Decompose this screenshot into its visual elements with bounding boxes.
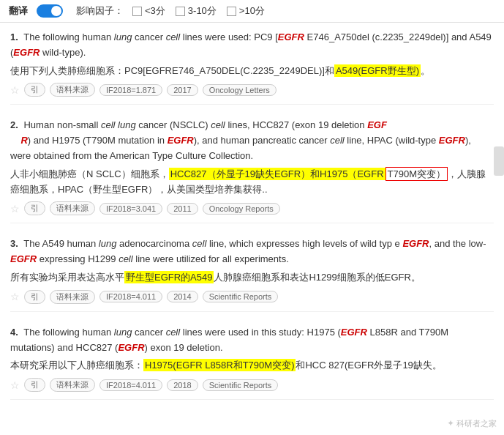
year-badge-1: 2017 xyxy=(167,84,198,96)
checkbox-box-3[interactable] xyxy=(227,7,236,16)
year-badge-2: 2011 xyxy=(167,203,198,215)
source-btn-3[interactable]: 语料来源 xyxy=(50,290,95,304)
result-2-meta: ☆ 引 语料来源 IF2018=3.041 2011 Oncology Repo… xyxy=(10,201,494,215)
result-1-en: 1. The following human lung cancer cell … xyxy=(10,30,494,61)
source-btn-1[interactable]: 语料来源 xyxy=(50,83,95,97)
translate-toggle[interactable] xyxy=(37,4,63,18)
result-3-number: 3. xyxy=(10,238,18,249)
journal-badge-1: Oncology Letters xyxy=(203,84,277,96)
result-4-zh: 本研究采用以下人肺癌细胞系：H1975(EGFR L858R和T790M突变)和… xyxy=(10,358,494,373)
watermark: ✦ 科研者之家 xyxy=(447,418,497,429)
checkbox-group: <3分 3-10分 >10分 xyxy=(132,4,265,18)
checkbox-label-2: 3-10分 xyxy=(188,4,217,18)
scrollbar[interactable] xyxy=(494,146,504,176)
checkbox-item-3[interactable]: >10分 xyxy=(227,4,265,18)
result-1-zh: 使用下列人类肺癌细胞系：PC9[EGFRE746_A750DEL(C.2235_… xyxy=(10,64,494,79)
result-item-2: 2. Human non-small cell lung cancer (NSC… xyxy=(10,118,494,223)
lung-italic-1: lung xyxy=(114,31,132,42)
source-btn-4[interactable]: 语料来源 xyxy=(50,378,95,392)
checkbox-item-1[interactable]: <3分 xyxy=(132,4,165,18)
lung-italic-3: lung xyxy=(99,238,117,249)
journal-badge-2: Oncology Reports xyxy=(203,203,280,215)
checkbox-label-1: <3分 xyxy=(145,4,165,18)
cell-italic-2c: cell xyxy=(330,135,345,146)
result-item-4: 4. The following human lung cancer cell … xyxy=(10,325,494,400)
egfr-red-4a: EGFR xyxy=(341,327,367,338)
result-3-zh: 所有实验均采用表达高水平野生型EGFR的A549人肺腺癌细胞系和表达H1299细… xyxy=(10,270,494,286)
year-badge-3: 2014 xyxy=(167,291,198,302)
egfr-red-1b: EGFR xyxy=(13,47,40,58)
cite-btn-2[interactable]: 引 xyxy=(24,201,45,215)
cite-btn-3[interactable]: 引 xyxy=(24,290,45,304)
year-badge-4: 2018 xyxy=(167,379,198,391)
toggle-knob xyxy=(51,6,61,16)
cite-btn-4[interactable]: 引 xyxy=(24,378,45,392)
checkbox-box-1[interactable] xyxy=(132,7,142,16)
result-item-1: 1. The following human lung cancer cell … xyxy=(10,30,494,105)
if-badge-4: IF2018=4.011 xyxy=(99,379,162,391)
results-list: 1. The following human lung cancer cell … xyxy=(0,23,504,420)
lung-italic-4: lung xyxy=(114,327,132,338)
result-1-meta: ☆ 引 语料来源 IF2018=1.871 2017 Oncology Lett… xyxy=(10,83,494,97)
factor-label: 影响因子： xyxy=(76,4,124,18)
if-badge-2: IF2018=3.041 xyxy=(99,203,162,215)
source-btn-2[interactable]: 语料来源 xyxy=(50,201,95,215)
watermark-text: 科研者之家 xyxy=(456,419,497,428)
checkbox-box-2[interactable] xyxy=(176,7,185,16)
if-badge-3: IF2018=4.011 xyxy=(99,291,162,302)
checkbox-label-3: >10分 xyxy=(239,4,265,18)
egfr-red-1: EGFR xyxy=(278,31,304,42)
cell-italic-4: cell xyxy=(166,327,181,338)
result-3-meta: ☆ 引 语料来源 IF2018=4.011 2014 Scientific Re… xyxy=(10,290,494,304)
egfr-red-3b: EGFR xyxy=(10,253,37,264)
star-icon-2[interactable]: ☆ xyxy=(10,203,20,215)
result-3-highlight: 野生型EGFR的A549 xyxy=(124,271,214,283)
star-icon-4[interactable]: ☆ xyxy=(10,379,20,391)
result-2-number: 2. xyxy=(10,119,18,130)
egfr-red-4b: EGFR xyxy=(118,342,144,353)
cell-italic-3: cell xyxy=(192,238,207,249)
journal-badge-4: Scientific Reports xyxy=(203,379,279,391)
result-2-zh: 人非小细胞肺癌（N SCLC）细胞系，HCC827（外显子19缺失EGFR）和H… xyxy=(10,167,494,198)
result-4-meta: ☆ 引 语料来源 IF2018=4.011 2018 Scientific Re… xyxy=(10,378,494,392)
journal-badge-3: Scientific Reports xyxy=(203,291,279,302)
result-2-highlight2: T790M突变） xyxy=(385,167,448,181)
star-icon-1[interactable]: ☆ xyxy=(10,84,20,96)
result-1-number: 1. xyxy=(10,31,18,42)
result-4-en: 4. The following human lung cancer cell … xyxy=(10,325,494,356)
egfr-red-2c: EGFR xyxy=(439,135,465,146)
lung-italic-2: lung xyxy=(118,119,136,130)
cell-italic-2b: cell xyxy=(211,119,225,130)
top-bar: 翻译 影响因子： <3分 3-10分 >10分 xyxy=(0,0,504,23)
checkbox-item-2[interactable]: 3-10分 xyxy=(176,4,217,18)
result-4-highlight: H1975(EGFR L858R和T790M突变) xyxy=(143,359,296,371)
translate-label: 翻译 xyxy=(9,4,28,18)
cite-btn-1[interactable]: 引 xyxy=(24,83,45,97)
result-2-en: 2. Human non-small cell lung cancer (NSC… xyxy=(10,118,494,163)
result-item-3: 3. The A549 human lung adenocarcinoma ce… xyxy=(10,237,494,311)
result-1-highlight: A549(EGFR野生型) xyxy=(334,64,421,77)
egfr-red-2b: EGFR xyxy=(168,135,194,146)
if-badge-1: IF2018=1.871 xyxy=(99,84,162,96)
cell-italic-3b: cell xyxy=(119,253,133,264)
cell-italic-2: cell xyxy=(101,119,116,130)
egfr-red-3a: EGFR xyxy=(402,238,429,249)
star-icon-3[interactable]: ☆ xyxy=(10,291,20,302)
result-3-en: 3. The A549 human lung adenocarcinoma ce… xyxy=(10,237,494,267)
result-4-number: 4. xyxy=(10,327,18,338)
cell-italic-1: cell xyxy=(166,31,181,42)
result-2-highlight1: HCC827（外显子19缺失EGFR）和H1975（EGFR xyxy=(169,168,385,180)
